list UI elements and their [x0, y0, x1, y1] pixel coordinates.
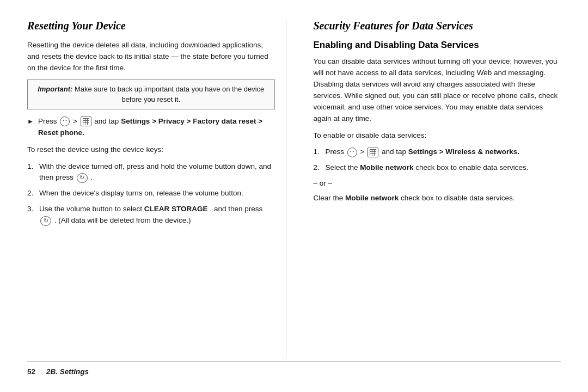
data-step-num-2: 2.	[314, 162, 326, 174]
step-1-text-end: .	[91, 173, 93, 181]
refresh-icon-2: ↻	[40, 216, 51, 226]
bullet-arrow: ►	[27, 117, 34, 127]
step-3-text-mid: , and then press	[210, 205, 262, 213]
clear-text: Clear the Mobile network check box to di…	[314, 193, 561, 204]
step-3-text-end: . (All data will be deleted from the dev…	[54, 216, 191, 224]
data-step-2-bold: Mobile network	[360, 163, 413, 171]
reset-step-1: 1. With the device turned off, press and…	[27, 161, 275, 184]
right-subsection: Enabling and Disabling Data Services	[314, 40, 561, 51]
important-text: Make sure to back up important data you …	[75, 85, 264, 104]
step-num-1: 1.	[27, 161, 39, 173]
step-3-content: Use the volume button to select CLEAR ST…	[39, 204, 275, 226]
data-step-2-start: Select the	[326, 163, 360, 171]
footer-page-num: 52	[27, 367, 35, 376]
columns: Resetting Your Device Resetting the devi…	[27, 20, 561, 357]
data-services-steps: 1. Press ⋯ > and tap Settings > Wireless…	[314, 146, 561, 174]
footer: 52 2B. Settings	[27, 362, 561, 376]
right-title: Security Features for Data Services	[314, 20, 561, 32]
bullet-press-mid: and tap	[94, 117, 121, 125]
step-1-content: With the device turned off, press and ho…	[39, 161, 275, 184]
step-num-3: 3.	[27, 204, 39, 215]
refresh-icon-1: ↻	[77, 173, 88, 183]
data-step-1-gt: >	[360, 148, 367, 156]
data-step-2: 2. Select the Mobile network check box t…	[314, 162, 561, 174]
left-column: Resetting Your Device Resetting the devi…	[27, 20, 286, 357]
data-step-2-content: Select the Mobile network check box to e…	[326, 162, 529, 174]
or-line: – or –	[314, 178, 561, 189]
left-intro: Resetting the device deletes all data, i…	[27, 40, 275, 74]
enable-intro: To enable or disable data services:	[314, 130, 561, 142]
data-step-1-and-tap: and tap	[382, 148, 408, 156]
bullet-press-item: ► Press ⋯ > and tap Settings > Privacy >…	[27, 116, 275, 139]
menu-icon-2: ⋯	[347, 148, 357, 157]
step-1-text-start: With the device turned off, press and ho…	[39, 162, 271, 182]
clear-text-end: check box to disable data services.	[401, 194, 514, 202]
device-keys-intro: To reset the device using the device key…	[27, 144, 275, 156]
right-column: Security Features for Data Services Enab…	[308, 20, 561, 357]
grid-icon	[81, 117, 91, 126]
data-step-1-content: Press ⋯ > and tap Settings > Wireless & …	[326, 146, 520, 158]
clear-bold: Mobile network	[345, 194, 399, 202]
menu-icon: ⋯	[60, 117, 70, 126]
reset-step-2: 2. When the device's display turns on, r…	[27, 188, 275, 199]
data-step-1-bold: Settings > Wireless & networks.	[408, 148, 519, 156]
step-num-2: 2.	[27, 188, 39, 199]
important-label: Important:	[38, 85, 72, 93]
clear-text-start: Clear the	[314, 194, 344, 202]
data-step-num-1: 1.	[314, 146, 326, 158]
data-step-1: 1. Press ⋯ > and tap Settings > Wireless…	[314, 146, 561, 158]
bullet-press-prefix: Press	[38, 117, 57, 125]
step-3-text-start: Use the volume button to select	[39, 205, 144, 213]
page: Resetting Your Device Resetting the devi…	[0, 0, 588, 392]
bullet-press-content: Press ⋯ > and tap Settings > Privacy > F…	[38, 116, 275, 139]
step-3-bold: CLEAR STORAGE	[144, 205, 208, 213]
left-title: Resetting Your Device	[27, 20, 275, 32]
right-intro: You can disable data services without tu…	[314, 56, 561, 125]
data-step-1-press: Press	[326, 148, 346, 156]
important-box: Important: Make sure to back up importan…	[27, 79, 275, 109]
reset-step-3: 3. Use the volume button to select CLEAR…	[27, 204, 275, 226]
footer-section: 2B. Settings	[46, 367, 89, 376]
reset-steps-list: 1. With the device turned off, press and…	[27, 161, 275, 227]
step-2-text: When the device's display turns on, rele…	[39, 188, 243, 199]
data-step-2-end: check box to enable data services.	[415, 163, 528, 171]
bullet-press-bold: Settings > Privacy > Factory data reset …	[38, 117, 262, 137]
grid-icon-2	[367, 148, 378, 157]
